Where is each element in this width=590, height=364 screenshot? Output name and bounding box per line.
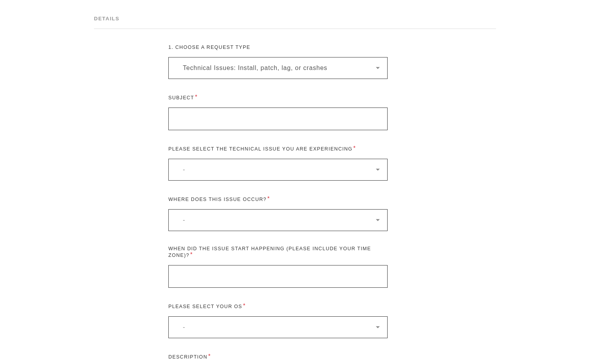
os-label-text: PLEASE SELECT YOUR OS: [168, 304, 242, 309]
subject-input[interactable]: [168, 108, 388, 130]
request-type-selected-value: Technical Issues: Install, patch, lag, o…: [183, 65, 327, 72]
field-description: DESCRIPTION*: [168, 353, 388, 360]
request-type-label: 1. CHOOSE A REQUEST TYPE: [168, 45, 388, 50]
issue-location-selected-value: -: [183, 217, 185, 224]
required-marker: *: [243, 302, 246, 308]
technical-issue-selected-value: -: [183, 166, 185, 173]
field-when-started: WHEN DID THE ISSUE START HAPPENING (PLEA…: [168, 246, 388, 288]
description-label: DESCRIPTION*: [168, 353, 388, 360]
os-label: PLEASE SELECT YOUR OS*: [168, 303, 388, 309]
required-marker: *: [208, 352, 211, 359]
os-select[interactable]: -: [168, 316, 388, 338]
request-type-select[interactable]: Technical Issues: Install, patch, lag, o…: [168, 57, 388, 79]
required-marker: *: [267, 195, 270, 201]
field-technical-issue: PLEASE SELECT THE TECHNICAL ISSUE YOU AR…: [168, 145, 388, 181]
issue-location-label: WHERE DOES THIS ISSUE OCCUR?*: [168, 195, 388, 202]
description-label-text: DESCRIPTION: [168, 354, 207, 360]
os-selected-value: -: [183, 324, 185, 331]
issue-location-label-text: WHERE DOES THIS ISSUE OCCUR?: [168, 197, 267, 202]
field-subject: SUBJECT*: [168, 94, 388, 130]
issue-location-select[interactable]: -: [168, 209, 388, 231]
field-issue-location: WHERE DOES THIS ISSUE OCCUR?* -: [168, 195, 388, 231]
subject-label-text: SUBJECT: [168, 95, 194, 100]
technical-issue-label-text: PLEASE SELECT THE TECHNICAL ISSUE YOU AR…: [168, 146, 352, 152]
field-request-type: 1. CHOOSE A REQUEST TYPE Technical Issue…: [168, 45, 388, 79]
when-started-label-text: WHEN DID THE ISSUE START HAPPENING (PLEA…: [168, 246, 371, 258]
subject-label: SUBJECT*: [168, 94, 388, 100]
technical-issue-select[interactable]: -: [168, 159, 388, 181]
required-marker: *: [190, 251, 193, 257]
when-started-input[interactable]: [168, 265, 388, 288]
required-marker: *: [195, 93, 198, 100]
field-os: PLEASE SELECT YOUR OS* -: [168, 303, 388, 338]
technical-issue-label: PLEASE SELECT THE TECHNICAL ISSUE YOU AR…: [168, 145, 388, 152]
required-marker: *: [353, 144, 356, 151]
when-started-label: WHEN DID THE ISSUE START HAPPENING (PLEA…: [168, 246, 388, 258]
section-header-details: DETAILS: [94, 16, 496, 29]
